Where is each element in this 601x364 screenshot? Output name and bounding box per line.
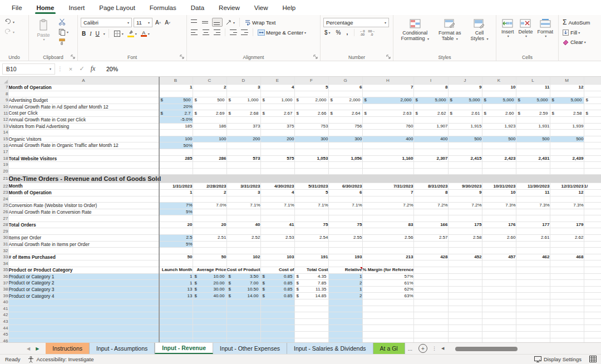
cell[interactable]: 500 <box>550 136 584 142</box>
cell[interactable] <box>482 306 516 312</box>
cell[interactable] <box>482 267 516 274</box>
cell[interactable] <box>482 260 516 267</box>
cell[interactable]: 2 <box>193 85 226 91</box>
cell[interactable] <box>260 299 294 306</box>
cell[interactable] <box>8 318 159 325</box>
cell[interactable] <box>482 293 516 299</box>
cell[interactable] <box>328 209 362 215</box>
cell[interactable]: 186 <box>193 123 226 130</box>
cell[interactable]: 457 <box>482 254 516 260</box>
cell[interactable]: Items per Order <box>8 235 159 242</box>
cell[interactable]: 5/31/2023 <box>294 183 328 190</box>
cell[interactable] <box>413 116 448 123</box>
cell[interactable]: 452 <box>448 254 482 260</box>
row-header-25[interactable]: 25 <box>0 203 8 209</box>
cell[interactable]: $5,000 <box>516 97 550 104</box>
row-header-15[interactable]: 15 <box>0 136 8 142</box>
cell[interactable] <box>550 325 584 332</box>
cell[interactable] <box>482 286 516 293</box>
cell[interactable]: $14.85 <box>294 293 328 299</box>
cell[interactable] <box>260 325 294 332</box>
scroll-left-arrow[interactable]: ◀ <box>441 346 444 351</box>
cell[interactable] <box>448 116 482 123</box>
cell[interactable]: 13 <box>159 286 193 293</box>
cut-button[interactable] <box>57 18 70 26</box>
col-header-I[interactable]: I <box>413 77 448 85</box>
row-header-30[interactable]: 30 <box>0 235 8 242</box>
cell[interactable] <box>193 318 226 325</box>
cell[interactable] <box>362 331 413 338</box>
cell[interactable] <box>516 215 550 222</box>
cell[interactable] <box>159 248 193 254</box>
cell[interactable] <box>584 209 601 215</box>
cell[interactable] <box>193 91 226 97</box>
cell[interactable] <box>226 162 260 169</box>
cell[interactable]: 7.1% <box>328 203 362 209</box>
grow-font-button[interactable]: A˄ <box>154 19 162 26</box>
align-middle-button[interactable] <box>201 18 210 26</box>
cell[interactable] <box>482 228 516 235</box>
cell[interactable] <box>448 248 482 254</box>
cell[interactable]: $2.60 <box>482 110 516 117</box>
cell[interactable] <box>159 196 193 203</box>
cell[interactable]: 462 <box>516 254 550 260</box>
cell[interactable]: $3.50 <box>226 273 260 280</box>
cell[interactable] <box>516 260 550 267</box>
new-sheet-button[interactable]: + <box>418 344 427 353</box>
cell[interactable] <box>482 312 516 319</box>
cell[interactable] <box>448 162 482 169</box>
cell[interactable]: 13 <box>159 293 193 299</box>
cell[interactable]: # of Items Purchased <box>8 254 159 260</box>
cell[interactable] <box>362 91 413 97</box>
cell[interactable]: 6 <box>328 85 362 91</box>
cell[interactable] <box>159 325 193 332</box>
row-header-14[interactable]: 14 <box>0 130 8 136</box>
cell[interactable] <box>260 104 294 110</box>
cell[interactable]: 62% <box>362 286 413 293</box>
number-dialog-launcher[interactable] <box>386 55 391 60</box>
row-header-38[interactable]: 38 <box>0 286 8 293</box>
cell[interactable] <box>550 91 584 97</box>
cell[interactable] <box>516 286 550 293</box>
cell[interactable] <box>413 196 448 203</box>
cell[interactable] <box>328 306 362 312</box>
italic-button[interactable]: I <box>88 30 92 37</box>
cell[interactable] <box>159 318 193 325</box>
row-header-28[interactable]: 28 <box>0 222 8 228</box>
cell[interactable] <box>584 215 601 222</box>
cell[interactable] <box>260 228 294 235</box>
cell[interactable]: 500 <box>482 136 516 142</box>
cell[interactable]: 7.1% <box>260 203 294 209</box>
font-color-button[interactable]: A ▾ <box>140 30 151 37</box>
cell[interactable] <box>448 280 482 287</box>
col-header-K[interactable]: K <box>482 77 516 85</box>
cell[interactable] <box>584 273 601 280</box>
cell[interactable] <box>294 248 328 254</box>
borders-button[interactable]: ▾ <box>112 29 125 38</box>
cell[interactable] <box>516 162 550 169</box>
cell[interactable]: 166 <box>413 222 448 228</box>
cell[interactable] <box>448 306 482 312</box>
cell[interactable] <box>159 215 193 222</box>
ribbon-tab-insert[interactable]: Insert <box>61 2 92 14</box>
cell[interactable] <box>328 331 362 338</box>
sheet-tab-input-salaries-dividends[interactable]: Input - Salaries & Dividends <box>287 343 373 354</box>
cell[interactable]: 1,923 <box>482 123 516 130</box>
cell[interactable]: $5,000 <box>550 97 584 104</box>
cell[interactable] <box>550 306 584 312</box>
cell[interactable]: 193 <box>328 254 362 260</box>
cell[interactable] <box>550 162 584 169</box>
cell[interactable]: Product or Category 4 <box>8 293 159 299</box>
cell[interactable]: Total Cost <box>294 267 328 274</box>
cell[interactable] <box>584 168 601 175</box>
cell[interactable] <box>8 162 159 169</box>
cell[interactable] <box>260 312 294 319</box>
cell[interactable]: 213 <box>362 254 413 260</box>
cell[interactable]: Product or Product Category <box>8 267 159 274</box>
cell[interactable] <box>413 318 448 325</box>
cell[interactable] <box>159 306 193 312</box>
cell[interactable]: 103 <box>260 254 294 260</box>
row-header-44[interactable]: 44 <box>0 325 8 332</box>
cell[interactable] <box>362 149 413 155</box>
cell[interactable] <box>362 209 413 215</box>
